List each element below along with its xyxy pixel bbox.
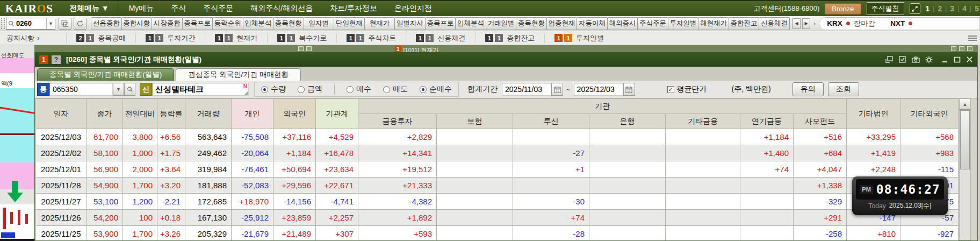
topbar-menu-item[interactable]: 전체메뉴 ▼ [61, 1, 118, 16]
radio-매도[interactable]: 매도 [383, 84, 408, 94]
calendar-icon[interactable] [551, 83, 563, 96]
avg-price-checkbox[interactable]: ✓ 평균단가 [667, 84, 707, 94]
help-icon[interactable]: ? [52, 55, 61, 64]
calendar-icon[interactable] [623, 83, 635, 96]
stock-expand-button[interactable]: 주식펼침 [867, 2, 904, 15]
query-button[interactable]: 조회 [828, 82, 859, 96]
screen-search-box[interactable]: 0260 ▼ [6, 18, 55, 30]
refresh-button[interactable] [74, 18, 87, 30]
favorite-screen-item[interactable]: 11종합잔고 [475, 33, 544, 43]
table-row[interactable]: 2025/12/0258,1001,000+1.75249,462-20,064… [36, 145, 959, 161]
toolbar-screen-button[interactable]: 종합시황 [121, 17, 153, 30]
toolbar-screen-button[interactable]: 종목프로 [182, 17, 213, 30]
toolbar-grip[interactable] [1, 18, 5, 29]
topbar-menu-item[interactable]: 온라인지점 [386, 1, 441, 16]
toolbar-screen-button[interactable]: 종목현황 [516, 17, 547, 30]
scrollbar-thumb[interactable] [960, 110, 970, 169]
pager-number[interactable]: 2 [938, 4, 942, 13]
code-dropdown-icon[interactable]: ▼ [113, 83, 124, 96]
favorite-screen-item[interactable]: 21종목공매 [66, 33, 135, 43]
toolbar-screen-button[interactable]: 주식주문 [637, 17, 668, 30]
favorite-screen-item[interactable]: 11투자기간 [135, 33, 205, 43]
toolbar-screen-button[interactable]: 단일현재 [334, 17, 365, 30]
pager-number[interactable]: 4 [962, 4, 967, 13]
toolbar-screen-button[interactable]: 자동이체 [577, 17, 608, 30]
restore-window-icon[interactable] [885, 56, 893, 63]
toolbar-screen-button[interactable]: 등락순위 [212, 17, 243, 30]
toolbar-screen-button[interactable]: 해현재가 [698, 17, 729, 30]
expand-window-icon[interactable] [910, 3, 920, 14]
radio-금액[interactable]: 금액 [298, 84, 322, 94]
table-row[interactable]: 2025/11/2654,200100+0.18167,130-25,912+2… [36, 210, 959, 226]
toolbar-screen-button[interactable]: 해외증시 [607, 17, 638, 30]
topbar-menu-item[interactable]: 주식주문 [194, 1, 242, 16]
notice-arrow-icon: › [37, 34, 39, 42]
stock-search-icon[interactable] [124, 83, 135, 96]
topbar-menu-item[interactable]: 해외주식/해외선옵 [242, 1, 321, 16]
favorite-screen-item[interactable]: 11투자일별 [544, 33, 614, 43]
shortcut-badge: 1 [564, 34, 572, 42]
shortcut-badge: 1 [356, 34, 364, 42]
toolbar-screen-button[interactable]: 종합잔고 [729, 17, 760, 30]
screen-search-input[interactable]: 0260 [16, 19, 46, 27]
toolbar-page-left-icon[interactable]: ◀ [792, 18, 801, 29]
toolbar-screen-button[interactable]: 업종현재 [546, 17, 578, 30]
minimize-icon[interactable] [941, 56, 948, 63]
toolbar-screen-button[interactable]: 신용체결 [759, 17, 790, 30]
topbar-menu-item[interactable]: My메뉴 [120, 1, 163, 16]
toolbar-screen-button[interactable]: 시장종합 [152, 17, 183, 30]
date-to-input[interactable]: 2025/12/03 [574, 83, 623, 96]
topbar-menu-item[interactable]: 주식 [162, 1, 194, 16]
favorite-screen-item[interactable]: 11주식차트 [336, 33, 406, 43]
table-row[interactable]: 2025/12/0156,9002,000+3.64319,984-76,461… [36, 161, 959, 178]
menu-lines-icon[interactable] [968, 36, 977, 41]
favorite-screen-item[interactable]: 11신용체결 [406, 33, 475, 43]
scroll-up-icon[interactable]: ▲ [960, 99, 970, 110]
stock-code-input[interactable]: 065350 [49, 83, 113, 96]
pager-number[interactable]: 1 [926, 4, 930, 13]
favorite-screen-item[interactable]: 11복수가로 [267, 33, 336, 43]
toolbar-page-right-icon[interactable]: ▶ [802, 18, 810, 29]
pager-number[interactable]: 3 [950, 4, 954, 13]
window-titlebar[interactable]: 1 ? [0260] 종목별 외국인/기관 매매현황(일별) [35, 52, 977, 67]
radio-순매수[interactable]: 순매수 [420, 84, 452, 94]
vertical-scrollbar[interactable]: ▲ [959, 98, 971, 240]
notice-link[interactable]: 공지사항› [0, 33, 45, 43]
chevron-down-icon[interactable]: ▼ [46, 18, 55, 29]
toolbar-screen-button[interactable]: 일별자사 [394, 17, 426, 30]
close-icon[interactable] [966, 56, 973, 63]
toolbar-screen-button[interactable]: 입체분석 [243, 17, 274, 30]
toolbar-screen-button[interactable]: 거래일별 [486, 17, 517, 30]
topbar-menu-item[interactable]: 차트/투자정보 [321, 1, 386, 16]
toolbar-screen-button[interactable]: 종목프로 [425, 17, 456, 30]
toolbar-screen-button[interactable]: 투자일별 [668, 17, 699, 30]
code-type-badge[interactable]: 통 [37, 83, 49, 96]
favorite-screen-item[interactable]: 11현재가 [205, 33, 267, 43]
warning-button[interactable]: 유의 [792, 82, 824, 96]
toolbar-screen-button[interactable]: 입체분석 [455, 17, 486, 30]
table-row[interactable]: 2025/12/0361,7003,800+6.56563,643-75,508… [36, 129, 959, 145]
duplicate-window-button[interactable] [59, 18, 71, 30]
copy-screen-icon[interactable] [899, 56, 906, 63]
toolbar-screen-button[interactable]: 종목현황 [273, 17, 304, 30]
pager-number[interactable]: 5 [975, 4, 979, 13]
clock-time: 08:46:27 [876, 182, 940, 196]
radio-수량[interactable]: 수량 [261, 84, 286, 94]
toolbar-screen-button[interactable]: 일자별 [304, 17, 335, 30]
toolbar-screen-button[interactable]: 현재가 [364, 17, 395, 30]
clock-widget[interactable]: PM 08:46:27 Today 2025.12.03[수] [852, 176, 948, 215]
stock-name-field[interactable]: 신성델타테크 N [152, 83, 249, 96]
settings-gear-icon[interactable] [925, 56, 933, 63]
pager-separator: | [945, 5, 947, 12]
maximize-icon[interactable] [954, 56, 961, 63]
toolbar-screen-button[interactable]: 선옵종합 [91, 17, 122, 30]
toolbar-more-icon[interactable]: › [812, 19, 817, 27]
radio-매수[interactable]: 매수 [347, 84, 371, 94]
camera-icon[interactable] [912, 56, 920, 63]
table-row[interactable]: 2025/11/2854,9001,700+3.20181,888-52,083… [36, 178, 959, 194]
tab-watchlist[interactable]: 관심종목 외국인/기관 매매현황 [176, 68, 301, 81]
table-row[interactable]: 2025/11/2753,1001,200-2.21172,685+18,970… [36, 194, 959, 210]
date-from-input[interactable]: 2025/11/03 [502, 83, 551, 96]
table-row[interactable]: 2025/11/2553,9001,700+3.26205,329-21,679… [36, 226, 959, 241]
tab-daily-by-stock[interactable]: 종목별 외국인/기관 매매현황(일별) [37, 68, 174, 81]
